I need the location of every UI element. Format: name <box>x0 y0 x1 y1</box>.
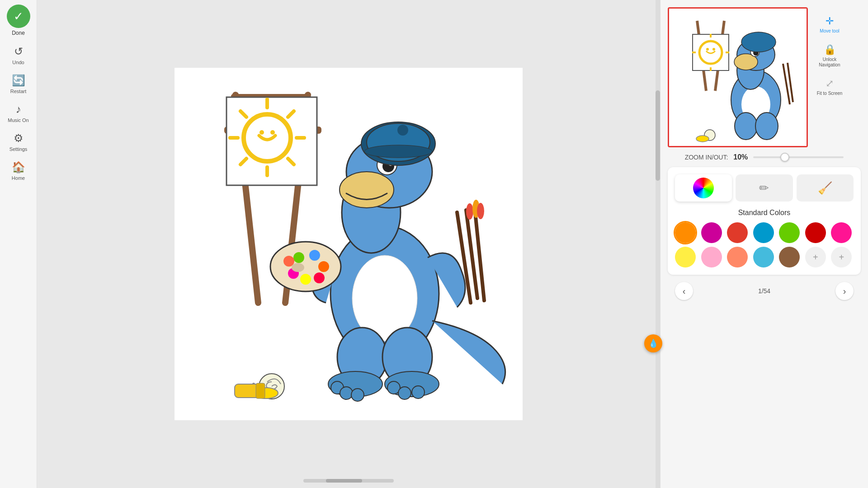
color-swatch[interactable] <box>779 247 800 267</box>
svg-point-81 <box>741 32 776 52</box>
undo-button[interactable]: ↺ Undo <box>2 42 35 69</box>
main-canvas-area <box>37 0 660 488</box>
color-swatch[interactable] <box>727 247 748 267</box>
svg-rect-62 <box>256 383 265 399</box>
zoom-section: ZOOM IN/OUT: 10% <box>668 151 861 164</box>
color-swatch[interactable] <box>675 247 696 267</box>
restart-label: Restart <box>10 89 26 94</box>
music-label: Music On <box>8 117 28 123</box>
left-sidebar: ✓ Done ↺ Undo 🔄 Restart ♪ Music On ⚙ Set… <box>0 0 37 488</box>
svg-point-22 <box>340 172 394 208</box>
eyedropper-icon: 💧 <box>648 338 658 348</box>
prev-button[interactable]: ‹ <box>675 282 693 300</box>
svg-point-15 <box>259 130 264 135</box>
settings-icon: ⚙ <box>14 132 24 145</box>
colors-grid-row2: ++ <box>675 247 854 267</box>
svg-point-31 <box>293 252 304 263</box>
color-swatch[interactable] <box>701 247 722 267</box>
svg-point-50 <box>340 387 353 399</box>
svg-point-84 <box>735 113 757 140</box>
svg-point-32 <box>309 250 320 261</box>
eraser-tool-button[interactable]: 🧹 <box>797 174 854 202</box>
fit-screen-label: Fit to Screen <box>817 91 843 96</box>
color-swatch[interactable] <box>831 222 852 243</box>
svg-point-37 <box>283 256 294 267</box>
nav-counter: 1/54 <box>758 287 770 295</box>
color-swatch[interactable] <box>779 222 800 243</box>
next-button[interactable]: › <box>835 282 854 300</box>
color-section: ✏ 🧹 Standard Colors ++ <box>668 167 861 275</box>
canvas-container[interactable] <box>175 68 523 420</box>
unlock-navigation-button[interactable]: 🔒 Unlock Navigation <box>811 40 848 71</box>
home-label: Home <box>12 175 25 181</box>
horizontal-scrollbar[interactable] <box>303 479 394 483</box>
undo-icon: ↺ <box>14 45 23 58</box>
eyedropper-button[interactable]: 💧 <box>644 334 662 352</box>
zoom-thumb[interactable] <box>780 153 789 162</box>
svg-point-53 <box>398 387 411 399</box>
fit-to-screen-button[interactable]: ⤢ Fit to Screen <box>811 74 848 100</box>
color-swatch[interactable] <box>675 222 696 243</box>
preview-image-wrapper <box>668 7 808 147</box>
zoom-label: ZOOM IN/OUT: <box>685 154 728 161</box>
color-swatch[interactable] <box>753 222 774 243</box>
fit-screen-icon: ⤢ <box>826 78 834 89</box>
undo-label: Undo <box>12 60 24 65</box>
coloring-canvas[interactable] <box>177 68 520 420</box>
h-scrollbar-thumb[interactable] <box>326 479 362 483</box>
svg-point-16 <box>270 130 275 135</box>
add-color-button[interactable]: + <box>805 247 826 267</box>
restart-icon: 🔄 <box>12 74 25 87</box>
standard-colors-title: Standard Colors <box>675 209 854 217</box>
add-color-button[interactable]: + <box>831 247 852 267</box>
svg-point-87 <box>696 136 709 142</box>
svg-point-73 <box>712 48 715 51</box>
pencil-icon: ✏ <box>759 181 769 195</box>
svg-point-72 <box>706 48 709 51</box>
unlock-nav-label: Unlock Navigation <box>815 57 844 68</box>
right-panel: ✛ Move tool 🔒 Unlock Navigation ⤢ Fit to… <box>660 0 868 488</box>
color-swatch[interactable] <box>753 247 774 267</box>
svg-point-34 <box>314 272 325 283</box>
scrollbar-thumb[interactable] <box>656 90 660 181</box>
color-swatch[interactable] <box>805 222 826 243</box>
preview-image[interactable] <box>669 9 807 146</box>
home-icon: 🏠 <box>12 161 25 174</box>
done-section[interactable]: ✓ Done <box>7 5 30 36</box>
move-tool-label: Move tool <box>820 28 839 34</box>
settings-label: Settings <box>9 146 28 152</box>
svg-point-29 <box>364 145 432 158</box>
svg-point-85 <box>755 113 778 140</box>
lock-icon: 🔒 <box>824 44 836 56</box>
zoom-slider[interactable] <box>753 153 844 162</box>
svg-rect-66 <box>693 34 729 70</box>
move-tool-icon: ✛ <box>826 15 834 27</box>
svg-point-54 <box>412 386 425 399</box>
eraser-icon: 🧹 <box>818 181 832 195</box>
settings-button[interactable]: ⚙ Settings <box>2 128 35 155</box>
pencil-tool-button[interactable]: ✏ <box>736 174 793 202</box>
svg-point-33 <box>318 261 329 272</box>
zoom-value: 10% <box>733 153 748 161</box>
right-tool-buttons: ✛ Move tool 🔒 Unlock Navigation ⤢ Fit to… <box>811 7 848 100</box>
color-swatch[interactable] <box>701 222 722 243</box>
svg-point-44 <box>477 203 484 219</box>
vertical-scrollbar[interactable] <box>656 0 660 488</box>
zoom-track <box>753 156 844 158</box>
music-icon: ♪ <box>16 103 21 116</box>
checkmark-icon: ✓ <box>14 9 24 23</box>
color-swatch[interactable] <box>727 222 748 243</box>
restart-button[interactable]: 🔄 Restart <box>2 70 35 98</box>
color-wheel-button[interactable] <box>675 174 732 202</box>
done-button[interactable]: ✓ <box>7 5 30 28</box>
colors-grid <box>675 222 854 243</box>
preview-row: ✛ Move tool 🔒 Unlock Navigation ⤢ Fit to… <box>668 7 861 147</box>
move-tool-button[interactable]: ✛ Move tool <box>811 12 848 38</box>
svg-point-42 <box>466 203 473 220</box>
svg-point-28 <box>397 125 408 136</box>
home-button[interactable]: 🏠 Home <box>2 157 35 184</box>
svg-point-38 <box>292 263 304 272</box>
color-wheel[interactable] <box>693 178 714 198</box>
music-button[interactable]: ♪ Music On <box>2 99 35 127</box>
nav-section: ‹ 1/54 › <box>668 278 861 304</box>
